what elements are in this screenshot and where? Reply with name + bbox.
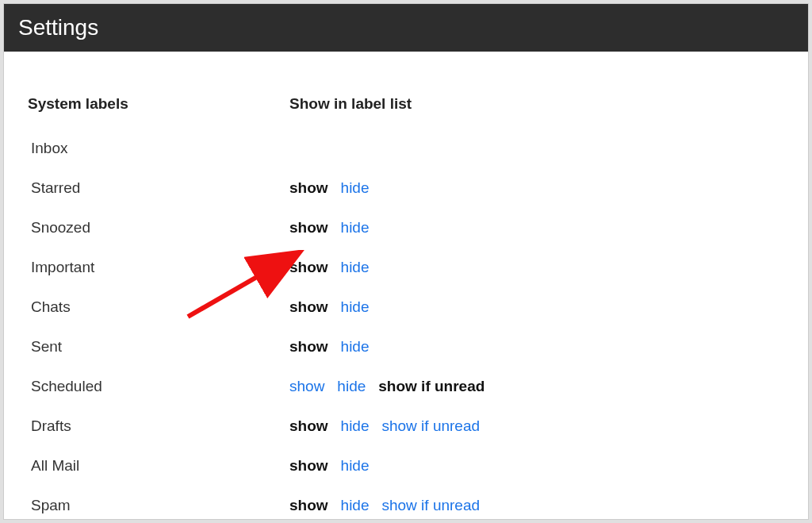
label-name: Sent — [28, 338, 289, 356]
table-row: Spamshowhideshow if unread — [28, 486, 791, 523]
table-row: Draftsshowhideshow if unread — [28, 406, 791, 446]
option-show-if-unread[interactable]: show if unread — [381, 417, 480, 435]
label-options: showhide — [289, 298, 369, 316]
option-hide[interactable]: hide — [341, 457, 370, 475]
label-options: showhide — [289, 179, 369, 197]
column-header-system-labels: System labels — [28, 95, 289, 113]
option-hide[interactable]: hide — [341, 179, 370, 197]
option-show[interactable]: show — [289, 179, 328, 197]
table-row: Sentshowhide — [28, 327, 791, 367]
label-name: Scheduled — [28, 378, 289, 395]
settings-tabs: GeneralLabelsInboxAccounts and ImportFil… — [4, 52, 808, 67]
option-hide[interactable]: hide — [341, 219, 370, 237]
option-show[interactable]: show — [289, 338, 328, 356]
option-hide[interactable]: hide — [337, 378, 366, 395]
option-show[interactable]: show — [289, 457, 328, 475]
label-options: showhideshow if unread — [289, 417, 480, 435]
table-row: Starredshowhide — [28, 168, 791, 208]
table-row: All Mailshowhide — [28, 446, 791, 486]
label-name: Drafts — [28, 417, 289, 435]
label-options: showhideshow if unread — [289, 497, 480, 514]
label-name: Spam — [28, 497, 289, 514]
label-options: showhideshow if unread — [289, 378, 485, 395]
option-show-if-unread[interactable]: show if unread — [378, 378, 485, 395]
option-hide[interactable]: hide — [341, 298, 370, 316]
option-hide[interactable]: hide — [341, 338, 370, 356]
label-name: Starred — [28, 179, 289, 197]
table-row: Inbox — [28, 129, 791, 168]
table-row: Importantshowhide — [28, 248, 791, 287]
settings-window: Settings GeneralLabelsInboxAccounts and … — [3, 3, 809, 520]
option-hide[interactable]: hide — [341, 417, 370, 435]
label-name: Important — [28, 259, 289, 276]
system-labels-table: System labels Show in label list InboxSt… — [28, 84, 791, 523]
labels-content: System labels Show in label list InboxSt… — [4, 67, 808, 523]
option-show[interactable]: show — [289, 298, 328, 316]
label-name: Snoozed — [28, 219, 289, 237]
column-header-show: Show in label list — [289, 95, 412, 113]
label-options: showhide — [289, 219, 369, 237]
label-name: Chats — [28, 298, 289, 316]
page-title: Settings — [4, 4, 808, 52]
option-show-if-unread[interactable]: show if unread — [381, 497, 480, 514]
option-hide[interactable]: hide — [341, 497, 370, 514]
table-row: Chatsshowhide — [28, 287, 791, 327]
label-options: showhide — [289, 338, 369, 356]
label-options: showhide — [289, 259, 369, 276]
option-show[interactable]: show — [289, 497, 328, 514]
label-options: showhide — [289, 457, 369, 475]
option-show[interactable]: show — [289, 219, 328, 237]
option-show[interactable]: show — [289, 378, 324, 395]
table-row: Scheduledshowhideshow if unread — [28, 367, 791, 406]
label-name: Inbox — [28, 140, 289, 157]
table-header-row: System labels Show in label list — [28, 84, 791, 124]
option-show[interactable]: show — [289, 417, 328, 435]
option-show[interactable]: show — [289, 259, 328, 276]
label-name: All Mail — [28, 457, 289, 475]
option-hide[interactable]: hide — [341, 259, 370, 276]
table-row: Snoozedshowhide — [28, 208, 791, 248]
